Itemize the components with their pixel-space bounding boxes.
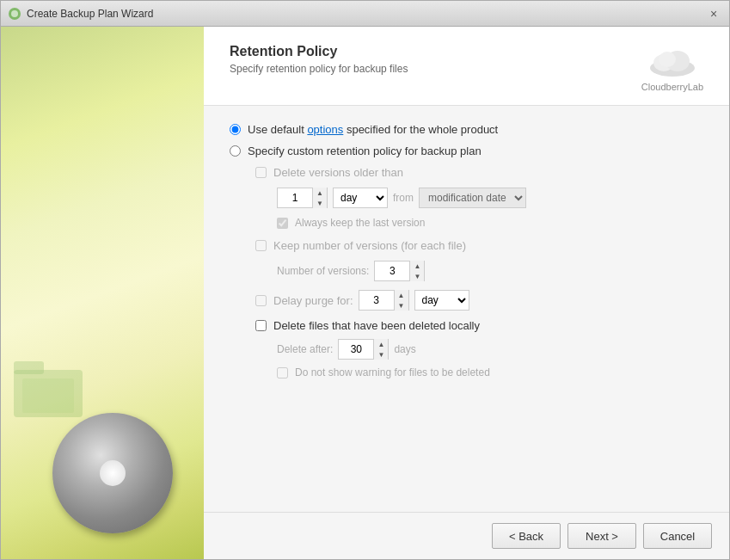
specify-custom-radio-item: Specify custom retention policy for back…: [230, 145, 703, 157]
delete-versions-label: Delete versions older than: [273, 166, 403, 179]
number-versions-down-btn[interactable]: ▼: [410, 271, 424, 281]
close-button[interactable]: ×: [705, 5, 722, 22]
delete-versions-down-btn[interactable]: ▼: [313, 198, 327, 208]
no-warning-label: Do not show warning for files to be dele…: [295, 366, 490, 378]
sidebar: [1, 27, 204, 559]
sidebar-decoration: [1, 301, 204, 559]
no-warning-checkbox[interactable]: [277, 367, 288, 378]
svg-point-1: [11, 10, 18, 17]
next-button[interactable]: Next >: [567, 523, 636, 549]
delete-versions-input-row: 1 ▲ ▼ day week month year from: [277, 188, 703, 208]
number-versions-spinner: 3 ▲ ▼: [374, 261, 425, 281]
header-text-area: Retention Policy Specify retention polic…: [230, 44, 624, 75]
delete-after-input[interactable]: 30: [339, 340, 373, 359]
window-body: Retention Policy Specify retention polic…: [1, 27, 729, 559]
delete-after-label: Delete after:: [277, 343, 333, 355]
logo-text: CloudberryLab: [641, 82, 703, 92]
delete-after-spinner: 30 ▲ ▼: [338, 339, 389, 360]
delete-after-down-btn[interactable]: ▼: [374, 349, 388, 360]
cancel-button[interactable]: Cancel: [643, 523, 712, 549]
keep-number-option-row: Keep number of versions (for each file): [255, 239, 703, 252]
delete-versions-spinner-buttons: ▲ ▼: [312, 188, 327, 208]
delete-versions-up-btn[interactable]: ▲: [313, 188, 327, 198]
back-button[interactable]: < Back: [492, 523, 561, 549]
delete-after-spinner-buttons: ▲ ▼: [373, 339, 388, 360]
number-versions-label: Number of versions:: [277, 265, 369, 277]
from-label: from: [393, 192, 414, 204]
folder-icon: [9, 353, 95, 422]
page-title: Retention Policy: [230, 44, 624, 59]
page-subtitle: Specify retention policy for backup file…: [230, 63, 624, 75]
specify-custom-label[interactable]: Specify custom retention policy for back…: [248, 145, 482, 157]
svg-point-8: [659, 52, 676, 67]
delete-versions-checkbox[interactable]: [255, 167, 267, 178]
title-bar: Create Backup Plan Wizard ×: [1, 1, 729, 27]
delete-versions-unit-select[interactable]: day week month year: [333, 188, 388, 208]
footer: < Back Next > Cancel: [204, 512, 729, 559]
always-keep-row: Always keep the last version: [277, 217, 703, 229]
keep-number-checkbox[interactable]: [255, 240, 267, 251]
main-window: Create Backup Plan Wizard ×: [0, 0, 730, 560]
delete-versions-value-input[interactable]: 1: [278, 188, 312, 207]
number-versions-input[interactable]: 3: [375, 262, 409, 280]
cd-decoration: [52, 413, 173, 533]
delete-files-row: Delete files that have been deleted loca…: [255, 319, 703, 332]
content-header: Retention Policy Specify retention polic…: [204, 27, 729, 106]
delay-purge-spinner: 3 ▲ ▼: [359, 290, 409, 311]
delay-purge-down-btn[interactable]: ▼: [395, 300, 408, 311]
specify-custom-radio[interactable]: [230, 145, 241, 157]
app-icon: [8, 7, 21, 21]
content-area: Use default options specified for the wh…: [204, 106, 729, 512]
delay-purge-unit-select[interactable]: day week month: [414, 290, 469, 311]
delete-files-label[interactable]: Delete files that have been deleted loca…: [273, 319, 480, 332]
number-versions-up-btn[interactable]: ▲: [410, 261, 424, 271]
use-default-label[interactable]: Use default options specified for the wh…: [248, 123, 498, 136]
options-link[interactable]: options: [307, 123, 343, 136]
main-content: Retention Policy Specify retention polic…: [204, 27, 729, 559]
cloudberry-cloud-icon: [647, 44, 698, 78]
title-bar-text: Create Backup Plan Wizard: [27, 8, 705, 20]
keep-number-label: Keep number of versions (for each file): [273, 239, 466, 252]
delete-after-row: Delete after: 30 ▲ ▼ days: [277, 339, 703, 360]
days-label: days: [394, 343, 415, 355]
use-default-radio[interactable]: [230, 124, 241, 135]
delete-files-checkbox[interactable]: [255, 320, 267, 331]
delete-after-up-btn[interactable]: ▲: [374, 339, 388, 349]
delay-purge-option-row: Delay purge for: 3 ▲ ▼ day week month: [255, 290, 703, 311]
delay-purge-checkbox[interactable]: [255, 295, 267, 306]
number-versions-spinner-buttons: ▲ ▼: [409, 261, 424, 281]
custom-options-group: Delete versions older than 1 ▲ ▼ day: [247, 166, 703, 378]
svg-rect-3: [14, 361, 44, 374]
use-default-radio-item: Use default options specified for the wh…: [230, 123, 703, 136]
delete-versions-option-row: Delete versions older than: [255, 166, 703, 179]
number-versions-row: Number of versions: 3 ▲ ▼: [277, 261, 703, 281]
delay-purge-input[interactable]: 3: [359, 291, 394, 310]
svg-rect-4: [22, 378, 74, 413]
always-keep-checkbox[interactable]: [277, 218, 288, 229]
modification-date-select[interactable]: modification date creation date: [419, 188, 526, 208]
cloudberry-logo: CloudberryLab: [641, 44, 703, 92]
delay-purge-label: Delay purge for:: [273, 294, 353, 307]
delete-versions-spinner: 1 ▲ ▼: [277, 188, 328, 208]
delay-purge-spinner-buttons: ▲ ▼: [394, 290, 408, 311]
delay-purge-up-btn[interactable]: ▲: [395, 290, 408, 300]
always-keep-label: Always keep the last version: [295, 217, 425, 229]
warning-row: Do not show warning for files to be dele…: [277, 366, 703, 378]
